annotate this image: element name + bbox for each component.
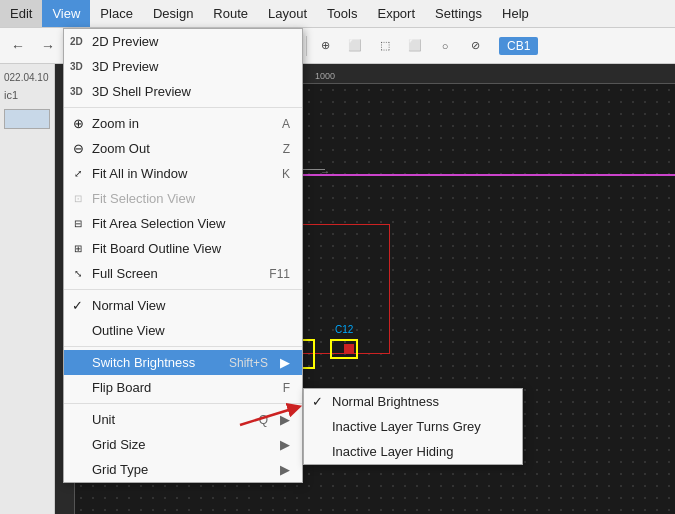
- ruler-mark-1000: 1000: [315, 71, 335, 81]
- label-zoom-in: Zoom in: [92, 116, 139, 131]
- fit-all-icon: ⤢: [70, 166, 86, 182]
- submenu-arrow-unit: ▶: [280, 412, 290, 427]
- label-fit-selection: Fit Selection View: [92, 191, 195, 206]
- menu-item-2d-preview[interactable]: 2D 2D Preview: [64, 29, 302, 54]
- view-button[interactable]: ⬜: [341, 32, 369, 60]
- pad-c12-2: [344, 348, 354, 354]
- submenu-arrow-grid-type: ▶: [280, 462, 290, 477]
- version-label: 022.04.10: [4, 72, 50, 83]
- submenu-arrow-brightness: ▶: [280, 355, 290, 370]
- label-3d-shell: 3D Shell Preview: [92, 84, 191, 99]
- menu-item-full-screen[interactable]: ⤡ Full Screen F11: [64, 261, 302, 286]
- menu-tools[interactable]: Tools: [317, 0, 367, 27]
- zoom-out-icon: ⊖: [70, 141, 86, 157]
- left-panel: 022.04.10 ic1: [0, 64, 55, 514]
- menu-item-fit-board[interactable]: ⊞ Fit Board Outline View: [64, 236, 302, 261]
- menu-help[interactable]: Help: [492, 0, 539, 27]
- separator-5: [306, 36, 307, 56]
- menu-item-fit-area[interactable]: ⊟ Fit Area Selection View: [64, 211, 302, 236]
- shortcut-unit: Q: [259, 413, 268, 427]
- menu-item-switch-brightness[interactable]: Switch Brightness Shift+S ▶: [64, 350, 302, 375]
- check-normal-brightness: ✓: [312, 394, 323, 409]
- fit-board-icon: ⊞: [70, 241, 86, 257]
- circle-button[interactable]: ○: [431, 32, 459, 60]
- menu-item-unit[interactable]: Unit Q ▶: [64, 407, 302, 432]
- label-switch-brightness: Switch Brightness: [92, 355, 195, 370]
- layer-indicator: [4, 109, 50, 129]
- label-outline-view: Outline View: [92, 323, 165, 338]
- brightness-submenu: ✓ Normal Brightness Inactive Layer Turns…: [303, 388, 523, 465]
- label-2d-preview: 2D Preview: [92, 34, 158, 49]
- shortcut-flip: F: [283, 381, 290, 395]
- prefix-2d: 2D: [70, 36, 83, 47]
- snap-button[interactable]: ⊕: [311, 32, 339, 60]
- breadcrumb: CB1: [499, 37, 538, 55]
- check-normal-view: ✓: [72, 298, 83, 313]
- menu-item-outline-view[interactable]: Outline View: [64, 318, 302, 343]
- menu-item-zoom-out[interactable]: ⊖ Zoom Out Z: [64, 136, 302, 161]
- menu-export[interactable]: Export: [367, 0, 425, 27]
- prefix-3d: 3D: [70, 61, 83, 72]
- menu-item-grid-size[interactable]: Grid Size ▶: [64, 432, 302, 457]
- menu-edit[interactable]: Edit: [0, 0, 42, 27]
- menu-item-3d-preview[interactable]: 3D 3D Preview: [64, 54, 302, 79]
- label-fit-board: Fit Board Outline View: [92, 241, 221, 256]
- label-fit-area: Fit Area Selection View: [92, 216, 225, 231]
- shape-button[interactable]: ⬜: [401, 32, 429, 60]
- menu-item-fit-selection: ⊡ Fit Selection View: [64, 186, 302, 211]
- label-normal-brightness: Normal Brightness: [332, 394, 439, 409]
- project-label: ic1: [4, 89, 50, 101]
- menu-item-inactive-hiding[interactable]: Inactive Layer Hiding: [304, 439, 522, 464]
- label-grid-size: Grid Size: [92, 437, 145, 452]
- label-inactive-grey: Inactive Layer Turns Grey: [332, 419, 481, 434]
- menu-item-zoom-in[interactable]: ⊕ Zoom in A: [64, 111, 302, 136]
- shortcut-brightness: Shift+S: [229, 356, 268, 370]
- menu-item-inactive-grey[interactable]: Inactive Layer Turns Grey: [304, 414, 522, 439]
- shortcut-zoom-out: Z: [283, 142, 290, 156]
- block-button[interactable]: ⊘: [461, 32, 489, 60]
- menu-view[interactable]: View: [42, 0, 90, 27]
- menu-item-3d-shell[interactable]: 3D 3D Shell Preview: [64, 79, 302, 104]
- menubar: Edit View Place Design Route Layout Tool…: [0, 0, 675, 28]
- zoom-in-icon: ⊕: [70, 116, 86, 132]
- component-c12: [330, 339, 358, 359]
- sep-3: [64, 346, 302, 347]
- shortcut-full-screen: F11: [269, 267, 290, 281]
- label-normal-view: Normal View: [92, 298, 165, 313]
- forward-button[interactable]: →: [34, 32, 62, 60]
- label-grid-type: Grid Type: [92, 462, 148, 477]
- label-unit: Unit: [92, 412, 115, 427]
- fit-area-icon: ⊟: [70, 216, 86, 232]
- shortcut-fit-all: K: [282, 167, 290, 181]
- menu-layout[interactable]: Layout: [258, 0, 317, 27]
- menu-item-normal-view[interactable]: ✓ Normal View: [64, 293, 302, 318]
- sep-2: [64, 289, 302, 290]
- label-inactive-hiding: Inactive Layer Hiding: [332, 444, 453, 459]
- menu-item-fit-all[interactable]: ⤢ Fit All in Window K: [64, 161, 302, 186]
- menu-item-flip-board[interactable]: Flip Board F: [64, 375, 302, 400]
- prefix-3d-shell: 3D: [70, 86, 83, 97]
- menu-item-normal-brightness[interactable]: ✓ Normal Brightness: [304, 389, 522, 414]
- menu-design[interactable]: Design: [143, 0, 203, 27]
- menu-item-grid-type[interactable]: Grid Type ▶: [64, 457, 302, 482]
- label-zoom-out: Zoom Out: [92, 141, 150, 156]
- label-3d-preview: 3D Preview: [92, 59, 158, 74]
- shortcut-zoom-in: A: [282, 117, 290, 131]
- sep-1: [64, 107, 302, 108]
- label-fit-all: Fit All in Window: [92, 166, 187, 181]
- back-button[interactable]: ←: [4, 32, 32, 60]
- menu-settings[interactable]: Settings: [425, 0, 492, 27]
- fit-selection-icon: ⊡: [70, 191, 86, 207]
- view-dropdown-menu: 2D 2D Preview 3D 3D Preview 3D 3D Shell …: [63, 28, 303, 483]
- label-c12: C12: [335, 324, 353, 335]
- label-full-screen: Full Screen: [92, 266, 158, 281]
- select-button[interactable]: ⬚: [371, 32, 399, 60]
- sep-4: [64, 403, 302, 404]
- submenu-arrow-grid-size: ▶: [280, 437, 290, 452]
- menu-place[interactable]: Place: [90, 0, 143, 27]
- dim-arrow-right: →: [320, 166, 330, 177]
- full-screen-icon: ⤡: [70, 266, 86, 282]
- label-flip-board: Flip Board: [92, 380, 151, 395]
- menu-route[interactable]: Route: [203, 0, 258, 27]
